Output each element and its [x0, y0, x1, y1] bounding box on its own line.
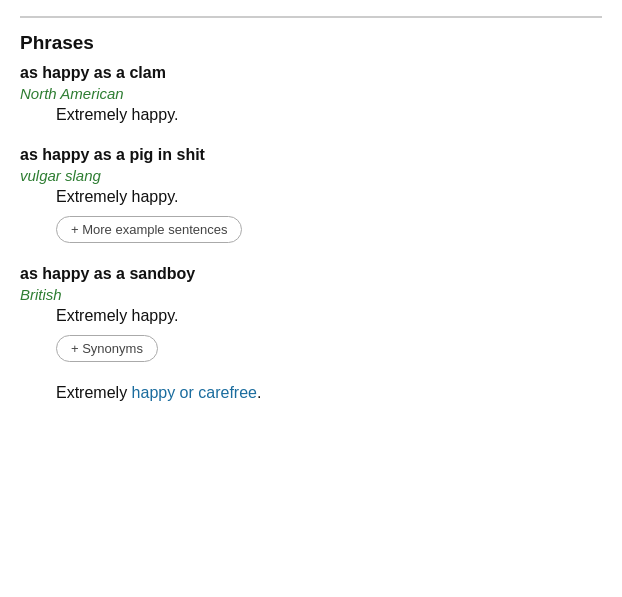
final-def-prefix: Extremely [56, 384, 132, 401]
phrase-block-3: as happy as a sandboy British Extremely … [20, 265, 602, 362]
phrase-definition-1: Extremely happy. [56, 106, 602, 124]
phrase-region-1: North American [20, 85, 602, 102]
phrase-definition-3: Extremely happy. [56, 307, 602, 325]
phrase-region-3: British [20, 286, 602, 303]
phrase-block-2: as happy as a pig in shit vulgar slang E… [20, 146, 602, 243]
phrase-region-2: vulgar slang [20, 167, 602, 184]
phrase-block-1: as happy as a clam North American Extrem… [20, 64, 602, 124]
phrase-heading-3: as happy as a sandboy [20, 265, 602, 283]
phrase-heading-1: as happy as a clam [20, 64, 602, 82]
phrases-section: Phrases as happy as a clam North America… [20, 32, 602, 402]
section-title: Phrases [20, 32, 602, 54]
final-definition: Extremely happy or carefree. [56, 384, 602, 402]
top-divider [20, 16, 602, 18]
final-def-suffix: . [257, 384, 261, 401]
phrase-definition-2: Extremely happy. [56, 188, 602, 206]
synonyms-button[interactable]: + Synonyms [56, 335, 158, 362]
more-examples-button[interactable]: + More example sentences [56, 216, 242, 243]
phrase-heading-2: as happy as a pig in shit [20, 146, 602, 164]
final-def-highlight: happy or carefree [132, 384, 257, 401]
